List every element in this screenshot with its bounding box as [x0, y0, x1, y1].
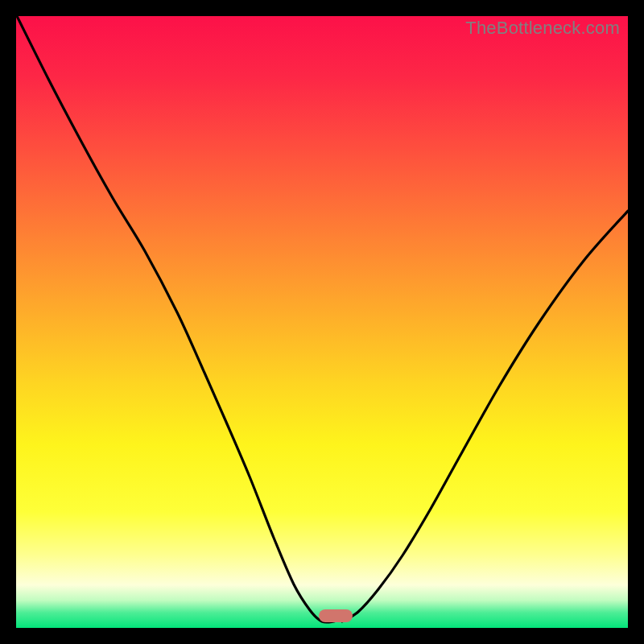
bottleneck-curve: [16, 16, 628, 628]
chart-frame: TheBottleneck.com: [0, 0, 644, 644]
plot-area: TheBottleneck.com: [16, 16, 628, 628]
watermark-text: TheBottleneck.com: [465, 18, 620, 39]
curve-right-branch: [342, 211, 628, 621]
optimal-marker: [319, 609, 353, 622]
curve-left-branch: [16, 16, 334, 622]
